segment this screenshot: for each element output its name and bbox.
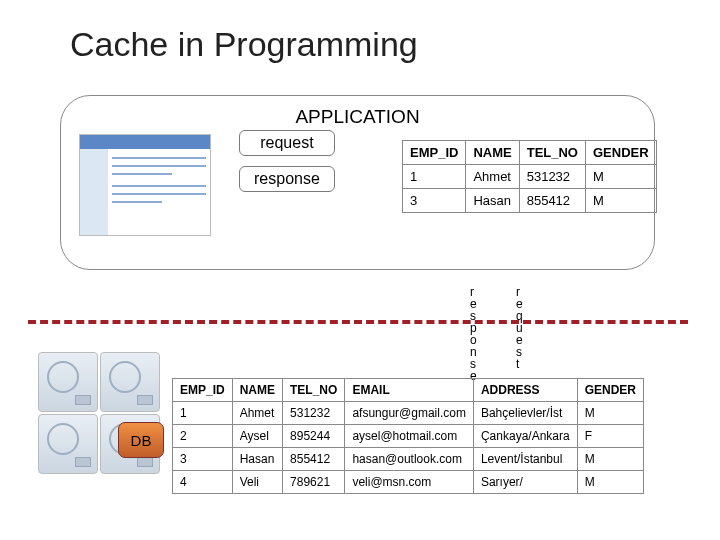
- cache-table: EMP_ID NAME TEL_NO GENDER 1 Ahmet 531232…: [402, 140, 657, 213]
- db-col-empid: EMP_ID: [173, 379, 233, 402]
- vertical-request-label: request: [516, 286, 523, 370]
- page-title: Cache in Programming: [70, 25, 418, 64]
- table-row: 4 Veli 789621 veli@msn.com Sarıyer/ M: [173, 471, 644, 494]
- db-col-name: NAME: [232, 379, 282, 402]
- slide: Cache in Programming APPLICATION request…: [0, 0, 720, 540]
- hdd-icon: [38, 352, 98, 412]
- table-row: 1 Ahmet 531232 M: [403, 165, 657, 189]
- table-row: 2 Aysel 895244 aysel@hotmail.com Çankaya…: [173, 425, 644, 448]
- cache-col-empid: EMP_ID: [403, 141, 466, 165]
- cache-col-telno: TEL_NO: [519, 141, 585, 165]
- db-col-email: EMAIL: [345, 379, 474, 402]
- db-label: DB: [118, 422, 164, 458]
- table-row: 3 Hasan 855412 M: [403, 189, 657, 213]
- db-col-gender: GENDER: [577, 379, 643, 402]
- application-label: APPLICATION: [79, 106, 636, 128]
- response-label: response: [239, 166, 335, 192]
- vertical-response-label: response: [470, 286, 477, 382]
- db-col-address: ADDRESS: [473, 379, 577, 402]
- db-table: EMP_ID NAME TEL_NO EMAIL ADDRESS GENDER …: [172, 378, 644, 494]
- request-label: request: [239, 130, 335, 156]
- divider-dashed: [28, 320, 688, 324]
- hdd-icon: [38, 414, 98, 474]
- cache-col-gender: GENDER: [585, 141, 656, 165]
- cache-col-name: NAME: [466, 141, 519, 165]
- db-col-telno: TEL_NO: [283, 379, 345, 402]
- hdd-icon: [100, 352, 160, 412]
- ide-screenshot-thumb: [79, 134, 211, 236]
- table-row: 1 Ahmet 531232 afsungur@gmail.com Bahçel…: [173, 402, 644, 425]
- table-row: 3 Hasan 855412 hasan@outlook.com Levent/…: [173, 448, 644, 471]
